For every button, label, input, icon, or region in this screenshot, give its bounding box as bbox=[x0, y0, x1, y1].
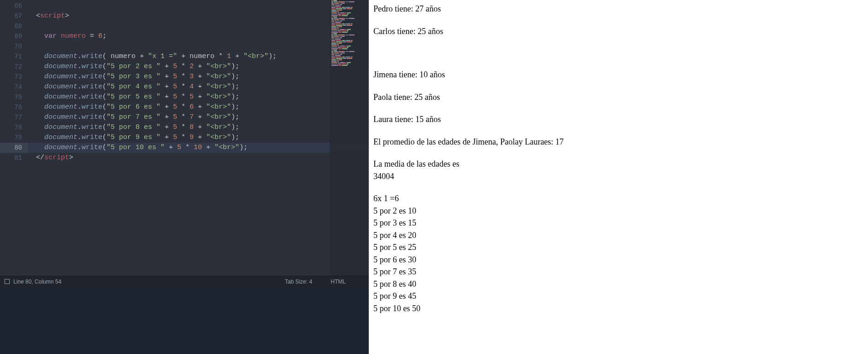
code-line[interactable]: document.write( numero + "x 1 =" + numer… bbox=[28, 52, 369, 62]
preview-line: 5 por 4 es 20 bbox=[373, 230, 863, 241]
code-line[interactable]: </script> bbox=[28, 153, 369, 163]
line-number: 74 bbox=[0, 82, 22, 92]
line-number: 77 bbox=[0, 112, 22, 122]
line-number-gutter: 66676869707172737475767778798081 bbox=[0, 0, 28, 276]
preview-line: 5 por 10 es 50 bbox=[373, 303, 863, 314]
line-number: 69 bbox=[0, 31, 22, 41]
preview-line: Paola tiene: 25 años bbox=[373, 92, 863, 103]
preview-line: Carlos tiene: 25 años bbox=[373, 26, 863, 37]
line-number: 67 bbox=[0, 11, 22, 21]
code-line[interactable]: document.write("5 por 5 es " + 5 * 5 + "… bbox=[28, 92, 369, 102]
code-line[interactable]: document.write("5 por 7 es " + 5 * 7 + "… bbox=[28, 112, 369, 122]
preview-line: Laura tiene: 15 años bbox=[373, 114, 863, 125]
code-line[interactable]: document.write("5 por 3 es " + 5 * 3 + "… bbox=[28, 72, 369, 82]
preview-line: La media de las edades es bbox=[373, 159, 863, 169]
line-number: 79 bbox=[0, 133, 22, 143]
line-number: 78 bbox=[0, 122, 22, 133]
code-line[interactable]: document.write("5 por 9 es " + 5 * 9 + "… bbox=[28, 133, 369, 143]
line-number: 73 bbox=[0, 72, 22, 82]
preview-line: 34004 bbox=[373, 171, 863, 182]
code-area[interactable]: 66676869707172737475767778798081 <script… bbox=[0, 0, 369, 276]
preview-line: 5 por 5 es 25 bbox=[373, 242, 863, 253]
code-line[interactable]: <script> bbox=[28, 11, 369, 21]
code-line[interactable] bbox=[28, 21, 369, 31]
code-line[interactable]: document.write("5 por 8 es " + 5 * 8 + "… bbox=[28, 122, 369, 133]
status-bar: Line 80, Column 54 Tab Size: 4 HTML bbox=[0, 276, 369, 287]
code-line[interactable]: document.write("5 por 6 es " + 5 * 6 + "… bbox=[28, 102, 369, 112]
preview-line: 6x 1 =6 bbox=[373, 193, 863, 204]
preview-line: 5 por 3 es 15 bbox=[373, 218, 863, 228]
line-number: 75 bbox=[0, 92, 22, 102]
line-number: 81 bbox=[0, 153, 22, 163]
line-number: 71 bbox=[0, 52, 22, 62]
preview-line: Jimena tiene: 10 años bbox=[373, 70, 863, 80]
browser-preview-pane: Pedro tiene: 27 añosCarlos tiene: 25 año… bbox=[369, 0, 868, 354]
code-line[interactable]: document.write("5 por 2 es " + 5 * 2 + "… bbox=[28, 62, 369, 72]
preview-line: 5 por 6 es 30 bbox=[373, 255, 863, 265]
code-line[interactable]: document.write("5 por 10 es " + 5 * 10 +… bbox=[28, 143, 369, 153]
code-line[interactable] bbox=[28, 41, 369, 52]
preview-line: 5 por 9 es 45 bbox=[373, 291, 863, 302]
status-tab-size[interactable]: Tab Size: 4 bbox=[285, 279, 312, 285]
preview-line: 5 por 7 es 35 bbox=[373, 267, 863, 277]
line-number: 66 bbox=[0, 1, 22, 11]
line-number: 70 bbox=[0, 41, 22, 52]
code-line[interactable]: var numero = 6; bbox=[28, 31, 369, 41]
line-number: 80 bbox=[0, 143, 28, 153]
preview-line: El promedio de las edades de Jimena, Pao… bbox=[373, 137, 863, 147]
code-line[interactable] bbox=[28, 1, 369, 11]
preview-line: 5 por 2 es 10 bbox=[373, 206, 863, 216]
editor-pane: 66676869707172737475767778798081 <script… bbox=[0, 0, 369, 287]
status-position[interactable]: Line 80, Column 54 bbox=[13, 279, 61, 285]
preview-line: Pedro tiene: 27 años bbox=[373, 4, 863, 14]
code-line[interactable]: document.write("5 por 4 es " + 5 * 4 + "… bbox=[28, 82, 369, 92]
preview-line: 5 por 8 es 40 bbox=[373, 279, 863, 290]
line-number: 72 bbox=[0, 62, 22, 72]
minimap[interactable] bbox=[330, 0, 369, 276]
status-syntax[interactable]: HTML bbox=[331, 279, 346, 285]
line-number: 68 bbox=[0, 21, 22, 31]
panel-toggle-icon[interactable] bbox=[5, 279, 10, 284]
line-number: 76 bbox=[0, 102, 22, 112]
code-content[interactable]: <script> var numero = 6; document.write(… bbox=[28, 0, 369, 276]
